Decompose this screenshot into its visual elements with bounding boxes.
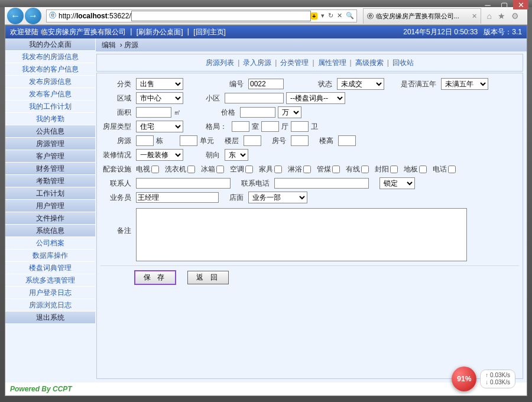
facility-option[interactable]: 洗衣机 (165, 164, 195, 174)
decoration-select[interactable]: 一般装修 (136, 149, 183, 161)
facility-option[interactable]: 封阳 (375, 164, 398, 174)
facility-option[interactable]: 管煤 (317, 164, 340, 174)
save-button[interactable]: 保 存 (135, 271, 176, 284)
welcome-text: 欢迎登陆 (10, 27, 38, 37)
sidebar-group[interactable]: 用户管理 (5, 200, 95, 212)
url-prefix: http:// (59, 12, 76, 20)
agent-input[interactable] (136, 192, 219, 203)
toolbar-link[interactable]: 房源列表 (206, 58, 234, 68)
toolbar-link[interactable]: 回收站 (392, 58, 414, 68)
toolbar-link[interactable]: 录入房源 (243, 58, 271, 68)
home-icon[interactable]: ⌂ (487, 11, 492, 21)
building-input[interactable] (136, 135, 154, 146)
sidebar-item[interactable]: 楼盘词典管理 (5, 262, 95, 274)
facility-option[interactable]: 冰箱 (201, 164, 224, 174)
dropdown-icon[interactable]: ▾ (321, 12, 325, 20)
facility-option[interactable]: 空调 (230, 164, 253, 174)
nav-forward[interactable]: → (25, 8, 41, 24)
tools-icon[interactable]: ⚙ (511, 11, 519, 21)
tab-title: 临安房缘房产置换有限公司... (376, 12, 469, 21)
facility-option[interactable]: 电视 (136, 164, 159, 174)
addon-icon[interactable]: + (311, 12, 317, 20)
price-unit-select[interactable]: 万 (278, 106, 301, 118)
network-pct: 91% (452, 367, 476, 391)
refresh-icon[interactable]: ↻ (328, 12, 333, 20)
number-input[interactable] (248, 79, 284, 89)
store-select[interactable]: 业务一部 (248, 192, 307, 203)
sidebar-item[interactable]: 用户登录日志 (5, 287, 95, 299)
sidebar-item[interactable]: 发布客户信息 (5, 88, 95, 100)
facility-option[interactable]: 家具 (259, 164, 282, 174)
topfloor-input[interactable] (338, 135, 356, 146)
sidebar-group[interactable]: 工作计划 (5, 187, 95, 200)
rooms-input[interactable] (232, 121, 249, 132)
sidebar-group[interactable]: 考勤管理 (5, 175, 95, 187)
sidebar-group[interactable]: 财务管理 (5, 163, 95, 175)
toolbar-link[interactable]: 属性管理 (318, 58, 346, 68)
sidebar-group[interactable]: 我的办公桌面 (5, 38, 95, 51)
version-label: 版本号： (484, 27, 512, 37)
orientation-select[interactable]: 东 (225, 149, 248, 161)
tab-close[interactable]: ✕ (472, 12, 477, 20)
roomno-input[interactable] (291, 135, 309, 146)
fiveyear-select[interactable]: 未满五年 (441, 78, 488, 90)
sidebar-group[interactable]: 文件操作 (5, 212, 95, 225)
toolbar-link[interactable]: 高级搜索 (355, 58, 384, 68)
sidebar-item[interactable]: 我的工作计划 (5, 100, 95, 113)
net-up: 0.03K/s (485, 372, 510, 379)
window-maximize[interactable]: ▢ (497, 0, 512, 9)
phone-input[interactable] (274, 178, 369, 189)
sidebar-group[interactable]: 系统信息 (5, 225, 95, 237)
sidebar-item[interactable]: 发布房源信息 (5, 76, 95, 88)
housetype-select[interactable]: 住宅 (136, 121, 183, 132)
sidebar-item[interactable]: 系统多选项管理 (5, 274, 95, 287)
size-input[interactable] (136, 107, 171, 118)
nav-back[interactable]: ← (7, 8, 24, 24)
category-select[interactable]: 出售 (136, 78, 183, 90)
lock-select[interactable]: 锁定 (379, 177, 415, 189)
remark-textarea[interactable] (136, 208, 467, 261)
window-minimize[interactable]: ─ (480, 0, 495, 9)
tab-favicon: ⓔ (367, 12, 374, 21)
sidebar-group[interactable]: 退出系统 (5, 312, 95, 324)
community-dict-select[interactable]: --楼盘词典-- (286, 92, 345, 104)
baths-input[interactable] (291, 121, 309, 132)
facility-option[interactable]: 地板 (404, 164, 427, 174)
sidebar-item[interactable]: 房源浏览日志 (5, 299, 95, 312)
floor-input[interactable] (244, 135, 261, 146)
contact-input[interactable] (136, 178, 231, 189)
search-dd-icon[interactable]: 🔍 (346, 12, 354, 20)
app-header: 欢迎登陆 临安房缘房产置换有限公司 | [刷新办公桌面] | [回到主页] 20… (5, 25, 527, 38)
stop-icon[interactable]: ✕ (337, 12, 342, 20)
company-name: 临安房缘房产置换有限公司 (41, 27, 126, 37)
unit-input[interactable] (180, 135, 197, 146)
sidebar-group[interactable]: 房源管理 (5, 138, 95, 150)
facility-option[interactable]: 电话 (433, 164, 456, 174)
facility-option[interactable]: 淋浴 (288, 164, 311, 174)
window-close[interactable]: ✕ (513, 0, 528, 9)
back-button[interactable]: 返 回 (187, 271, 228, 284)
url-input[interactable] (131, 11, 311, 21)
area-select[interactable]: 市中心 (136, 92, 183, 104)
back-home-link[interactable]: [回到主页] (193, 27, 226, 37)
network-widget[interactable]: 91% 0.03K/s 0.03K/s (452, 367, 515, 391)
sidebar-item[interactable]: 公司档案 (5, 237, 95, 249)
toolbar-link[interactable]: 分类管理 (280, 58, 309, 68)
sidebar-group[interactable]: 客户管理 (5, 150, 95, 163)
powered-by: Powered By CCPT (5, 382, 527, 395)
status-select[interactable]: 未成交 (337, 78, 384, 90)
facility-option[interactable]: 有线 (346, 164, 369, 174)
sidebar-group[interactable]: 公共信息 (5, 125, 95, 138)
address-bar[interactable]: ⓔ http://localhost:53622/ + ▾ ↻ ✕ 🔍 (46, 9, 357, 22)
halls-input[interactable] (261, 121, 279, 132)
sidebar-item[interactable]: 我的考勤 (5, 113, 95, 125)
browser-tab[interactable]: ⓔ 临安房缘房产置换有限公司... ✕ (363, 8, 481, 24)
sidebar-item[interactable]: 我发布的房源信息 (5, 51, 95, 63)
favorites-icon[interactable]: ★ (498, 11, 505, 21)
sidebar-item[interactable]: 我发布的客户信息 (5, 63, 95, 76)
community-input[interactable] (225, 93, 284, 103)
sidebar-item[interactable]: 数据库操作 (5, 249, 95, 262)
price-input[interactable] (240, 107, 275, 118)
sidebar: 我的办公桌面我发布的房源信息我发布的客户信息发布房源信息发布客户信息我的工作计划… (5, 38, 95, 382)
refresh-desktop-link[interactable]: [刷新办公桌面] (137, 27, 183, 37)
